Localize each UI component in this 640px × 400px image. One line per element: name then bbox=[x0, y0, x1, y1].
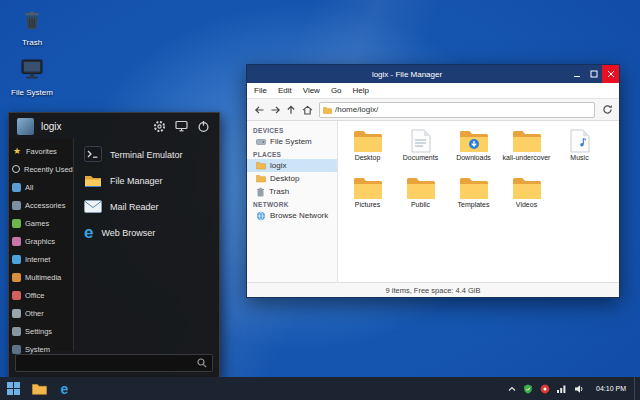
back-button[interactable] bbox=[251, 102, 267, 118]
sidebar-item-label: logix bbox=[270, 161, 286, 170]
forward-button[interactable] bbox=[267, 102, 283, 118]
maximize-button[interactable] bbox=[585, 65, 602, 83]
category-favorites[interactable]: ★Favorites bbox=[9, 142, 73, 160]
edge-icon: e bbox=[84, 226, 93, 240]
sidebar-item-label: Desktop bbox=[270, 174, 299, 183]
drive-icon bbox=[256, 137, 266, 147]
sidebar-item-browse-network[interactable]: Browse Network bbox=[247, 209, 337, 222]
up-button[interactable] bbox=[283, 102, 299, 118]
file-kali-undercover[interactable]: kali-undercover bbox=[500, 126, 553, 173]
reload-button[interactable] bbox=[599, 102, 615, 118]
category-accessories[interactable]: Accessories bbox=[9, 196, 73, 214]
other-icon bbox=[12, 309, 21, 318]
settings-button[interactable] bbox=[152, 119, 167, 134]
category-graphics[interactable]: Graphics bbox=[9, 232, 73, 250]
file-pictures[interactable]: Pictures bbox=[341, 173, 394, 220]
settings-icon bbox=[12, 327, 21, 336]
multimedia-icon bbox=[12, 273, 21, 282]
power-button[interactable] bbox=[196, 119, 211, 134]
sidebar-item-file-system[interactable]: File System bbox=[247, 135, 337, 148]
places-sidebar: DEVICES File System PLACES logix Desktop… bbox=[247, 121, 338, 282]
toolbar: /home/logix/ bbox=[247, 99, 619, 121]
search-icon bbox=[197, 358, 207, 368]
shield-icon bbox=[523, 384, 533, 394]
app-web-browser[interactable]: e Web Browser bbox=[78, 220, 215, 246]
app-mail-reader[interactable]: Mail Reader bbox=[78, 194, 215, 220]
file-label: Downloads bbox=[456, 154, 491, 162]
hidden-icons-button[interactable] bbox=[508, 386, 516, 392]
folder-download-icon bbox=[459, 128, 489, 153]
file-templates[interactable]: Templates bbox=[447, 173, 500, 220]
sidebar-item-trash[interactable]: Trash bbox=[247, 185, 337, 198]
category-settings[interactable]: Settings bbox=[9, 322, 73, 340]
file-label: Public bbox=[411, 201, 430, 209]
notifications-tray-icon[interactable] bbox=[540, 384, 550, 394]
menu-help[interactable]: Help bbox=[353, 86, 369, 95]
trash-icon bbox=[256, 187, 265, 197]
app-label: Terminal Emulator bbox=[110, 150, 183, 160]
menu-file[interactable]: File bbox=[254, 86, 267, 95]
red-badge-icon bbox=[540, 384, 550, 394]
volume-tray-icon[interactable] bbox=[574, 384, 585, 394]
taskbar-clock[interactable]: 04:10 PM bbox=[588, 385, 634, 392]
sidebar-item-desktop[interactable]: Desktop bbox=[247, 172, 337, 185]
path-bar[interactable]: /home/logix/ bbox=[319, 102, 595, 118]
edge-icon: e bbox=[61, 382, 69, 396]
sidebar-item-logix[interactable]: logix bbox=[247, 159, 337, 172]
taskbar: e 04:10 PM bbox=[0, 377, 640, 400]
category-games[interactable]: Games bbox=[9, 214, 73, 232]
category-label: Accessories bbox=[25, 201, 65, 210]
category-office[interactable]: Office bbox=[9, 286, 73, 304]
close-button[interactable] bbox=[602, 65, 619, 83]
desktop-icon-trash[interactable]: Trash bbox=[4, 8, 60, 47]
path-text: /home/logix/ bbox=[335, 105, 378, 114]
menu-view[interactable]: View bbox=[303, 86, 320, 95]
category-label: System bbox=[25, 345, 50, 354]
windows-logo-icon bbox=[7, 382, 20, 395]
security-status-tray-icon[interactable] bbox=[523, 384, 533, 394]
category-recently-used[interactable]: Recently Used bbox=[9, 160, 73, 178]
file-downloads[interactable]: Downloads bbox=[447, 126, 500, 173]
search-input[interactable] bbox=[15, 354, 213, 372]
office-icon bbox=[12, 291, 21, 300]
folder-icon bbox=[406, 175, 436, 200]
network-tray-icon[interactable] bbox=[557, 384, 567, 393]
file-documents[interactable]: Documents bbox=[394, 126, 447, 173]
menu-edit[interactable]: Edit bbox=[278, 86, 292, 95]
menu-bar: File Edit View Go Help bbox=[247, 83, 619, 99]
category-all[interactable]: All bbox=[9, 178, 73, 196]
devices-header: DEVICES bbox=[247, 124, 337, 135]
category-label: Settings bbox=[25, 327, 52, 336]
show-desktop-button[interactable] bbox=[634, 377, 640, 400]
sidebar-item-label: Trash bbox=[269, 187, 289, 196]
menu-go[interactable]: Go bbox=[331, 86, 342, 95]
home-button[interactable] bbox=[299, 102, 315, 118]
category-internet[interactable]: Internet bbox=[9, 250, 73, 268]
desktop-icon-label: File System bbox=[11, 88, 53, 97]
chevron-up-icon bbox=[508, 386, 516, 392]
minimize-button[interactable] bbox=[568, 65, 585, 83]
folder-icon bbox=[353, 128, 383, 153]
start-button[interactable] bbox=[0, 377, 27, 400]
system-tray bbox=[505, 384, 588, 394]
category-other[interactable]: Other bbox=[9, 304, 73, 322]
app-terminal-emulator[interactable]: Terminal Emulator bbox=[78, 142, 215, 168]
category-multimedia[interactable]: Multimedia bbox=[9, 268, 73, 286]
file-videos[interactable]: Videos bbox=[500, 173, 553, 220]
lock-screen-button[interactable] bbox=[174, 119, 189, 134]
games-icon bbox=[12, 219, 21, 228]
file-public[interactable]: Public bbox=[394, 173, 447, 220]
taskbar-file-manager[interactable] bbox=[27, 377, 52, 400]
app-file-manager[interactable]: File Manager bbox=[78, 168, 215, 194]
file-music[interactable]: Music bbox=[553, 126, 606, 173]
taskbar-web-browser[interactable]: e bbox=[52, 377, 77, 400]
titlebar[interactable]: logix - File Manager bbox=[247, 65, 619, 83]
desktop-icon-file-system[interactable]: File System bbox=[4, 57, 60, 97]
folder-icon bbox=[512, 128, 542, 153]
user-avatar[interactable] bbox=[17, 118, 34, 135]
system-icon bbox=[12, 345, 21, 354]
file-manager-icon bbox=[84, 173, 102, 190]
window-title: logix - File Manager bbox=[247, 70, 567, 79]
internet-icon bbox=[12, 255, 21, 264]
file-desktop[interactable]: Desktop bbox=[341, 126, 394, 173]
